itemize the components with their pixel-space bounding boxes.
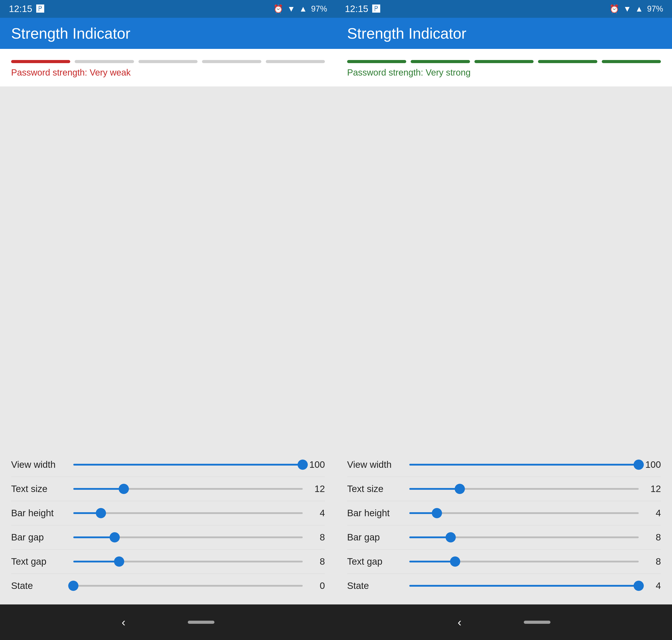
control-row-state-right: State 4 xyxy=(347,574,661,598)
strength-section-left: Password strength: Very weak xyxy=(0,49,336,86)
slider-fill-text-size-right xyxy=(409,488,460,490)
status-bar-left-section: 12:15 🅿 xyxy=(9,3,44,14)
strength-seg-4-left xyxy=(202,60,261,63)
label-bar-height-left: Bar height xyxy=(11,508,69,519)
control-row-bar-gap-left: Bar gap 8 xyxy=(11,525,325,550)
right-panel: 12:15 🅿 ⏰ ▼ ▲ 97% Strength Indicator Pas… xyxy=(336,0,672,640)
slider-track-state-right xyxy=(409,585,639,587)
strength-seg-4-right xyxy=(538,60,597,63)
status-bar-right-section: ⏰ ▼ ▲ 97% xyxy=(273,4,327,14)
control-row-view-width-right: View width 100 xyxy=(347,453,661,477)
slider-fill-text-gap-right xyxy=(409,561,455,563)
strength-seg-3-left xyxy=(138,60,198,63)
wifi-icon-right: ▼ xyxy=(623,4,631,14)
status-bar-right: 12:15 🅿 ⏰ ▼ ▲ 97% xyxy=(336,0,672,18)
label-bar-height-right: Bar height xyxy=(347,508,405,519)
wifi-icon-left: ▼ xyxy=(287,4,295,14)
slider-bar-height-right[interactable] xyxy=(409,509,639,518)
slider-fill-view-width-left xyxy=(73,464,303,466)
value-text-gap-left: 8 xyxy=(307,556,325,567)
control-row-text-size-left: Text size 12 xyxy=(11,477,325,501)
label-bar-gap-right: Bar gap xyxy=(347,532,405,543)
label-state-right: State xyxy=(347,580,405,591)
status-time-left: 12:15 xyxy=(9,3,32,14)
slider-text-gap-right[interactable] xyxy=(409,557,639,566)
value-text-gap-right: 8 xyxy=(643,556,661,567)
slider-track-text-gap-left xyxy=(73,561,303,563)
value-text-size-left: 12 xyxy=(307,483,325,494)
back-button-right[interactable]: ‹ xyxy=(457,615,461,629)
slider-track-view-width-right xyxy=(409,464,639,466)
value-bar-gap-right: 8 xyxy=(643,532,661,543)
control-row-bar-gap-right: Bar gap 8 xyxy=(347,525,661,550)
control-row-state-left: State 0 xyxy=(11,574,325,598)
slider-track-text-gap-right xyxy=(409,561,639,563)
slider-thumb-bar-gap-left xyxy=(109,532,120,542)
slider-thumb-text-gap-left xyxy=(114,556,124,567)
slider-bar-gap-left[interactable] xyxy=(73,533,303,542)
strength-text-right: Password strength: Very strong xyxy=(347,68,471,77)
value-view-width-right: 100 xyxy=(643,459,661,470)
strength-text-left: Password strength: Very weak xyxy=(11,68,131,77)
label-text-size-right: Text size xyxy=(347,483,405,494)
slider-text-size-right[interactable] xyxy=(409,484,639,493)
nav-bar-left: ‹ xyxy=(0,605,336,640)
slider-text-size-left[interactable] xyxy=(73,484,303,493)
slider-text-gap-left[interactable] xyxy=(73,557,303,566)
label-text-size-left: Text size xyxy=(11,483,69,494)
app-bar-right: Strength Indicator xyxy=(336,18,672,49)
control-row-bar-height-left: Bar height 4 xyxy=(11,501,325,525)
value-state-right: 4 xyxy=(643,580,661,591)
slider-fill-text-size-left xyxy=(73,488,124,490)
label-bar-gap-left: Bar gap xyxy=(11,532,69,543)
strength-seg-5-right xyxy=(602,60,661,63)
content-area-right xyxy=(336,86,672,446)
strength-seg-5-left xyxy=(266,60,325,63)
status-bar-right-right-section: ⏰ ▼ ▲ 97% xyxy=(609,4,663,14)
slider-fill-view-width-right xyxy=(409,464,639,466)
slider-state-right[interactable] xyxy=(409,581,639,590)
slider-thumb-text-size-left xyxy=(119,484,129,494)
control-row-text-gap-left: Text gap 8 xyxy=(11,550,325,574)
slider-track-bar-gap-left xyxy=(73,536,303,538)
slider-bar-height-left[interactable] xyxy=(73,509,303,518)
parking-icon-left: 🅿 xyxy=(36,4,44,14)
status-bar-left: 12:15 🅿 ⏰ ▼ ▲ 97% xyxy=(0,0,336,18)
slider-track-bar-height-right xyxy=(409,512,639,514)
value-bar-height-right: 4 xyxy=(643,508,661,519)
parking-icon-right: 🅿 xyxy=(372,4,380,14)
label-state-left: State xyxy=(11,580,69,591)
value-bar-gap-left: 8 xyxy=(307,532,325,543)
control-row-bar-height-right: Bar height 4 xyxy=(347,501,661,525)
slider-track-view-width-left xyxy=(73,464,303,466)
slider-thumb-bar-height-right xyxy=(432,508,442,518)
value-view-width-left: 100 xyxy=(307,459,325,470)
label-view-width-left: View width xyxy=(11,459,69,470)
home-button-right[interactable] xyxy=(524,621,551,624)
slider-view-width-right[interactable] xyxy=(409,460,639,469)
controls-section-right: View width 100 Text size 12 Bar heig xyxy=(336,446,672,605)
back-button-left[interactable]: ‹ xyxy=(121,615,125,629)
nav-bar-right: ‹ xyxy=(336,605,672,640)
alarm-icon-left: ⏰ xyxy=(273,4,283,14)
slider-fill-text-gap-left xyxy=(73,561,119,563)
home-button-left[interactable] xyxy=(188,621,215,624)
battery-right: 97% xyxy=(647,4,663,14)
strength-seg-1-left xyxy=(11,60,70,63)
slider-track-text-size-right xyxy=(409,488,639,490)
slider-track-state-left xyxy=(73,585,303,587)
slider-thumb-view-width-right xyxy=(633,460,644,470)
slider-thumb-text-gap-right xyxy=(450,556,460,567)
value-bar-height-left: 4 xyxy=(307,508,325,519)
slider-bar-gap-right[interactable] xyxy=(409,533,639,542)
app-bar-left: Strength Indicator xyxy=(0,18,336,49)
slider-state-left[interactable] xyxy=(73,581,303,590)
slider-thumb-state-right xyxy=(633,581,644,591)
slider-fill-bar-gap-left xyxy=(73,536,115,538)
slider-track-bar-gap-right xyxy=(409,536,639,538)
label-view-width-right: View width xyxy=(347,459,405,470)
strength-seg-2-left xyxy=(75,60,134,63)
slider-thumb-view-width-left xyxy=(297,460,308,470)
slider-view-width-left[interactable] xyxy=(73,460,303,469)
slider-thumb-bar-gap-right xyxy=(445,532,456,542)
